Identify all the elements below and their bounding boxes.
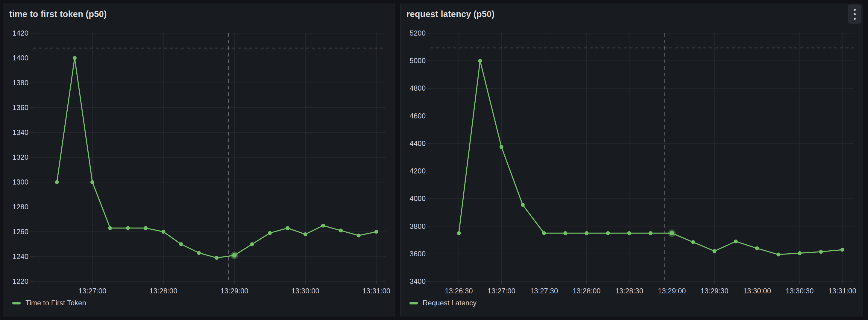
legend-series-label: Request Latency	[423, 299, 476, 307]
data-point	[712, 249, 716, 253]
y-tick-label: 1240	[12, 252, 28, 260]
data-point	[179, 242, 183, 246]
y-tick-label: 4800	[410, 84, 426, 92]
data-point	[161, 230, 165, 234]
y-tick-label: 5000	[410, 57, 426, 65]
y-tick-label: 1340	[12, 128, 28, 136]
y-tick-label: 3400	[410, 277, 426, 285]
y-tick-label: 1260	[12, 228, 28, 236]
series-line	[57, 58, 376, 258]
series-line	[459, 61, 842, 255]
data-point	[215, 256, 218, 260]
data-point	[55, 180, 59, 184]
y-tick-label: 4200	[410, 167, 426, 175]
data-point	[563, 231, 567, 235]
data-point	[798, 251, 802, 255]
legend-item-request-latency[interactable]: Request Latency	[409, 298, 476, 308]
data-point	[585, 231, 588, 235]
data-point	[478, 59, 482, 63]
grid-lines	[428, 33, 854, 284]
y-tick-label: 1400	[12, 54, 28, 62]
y-tick-label: 1280	[12, 203, 28, 211]
x-tick-label: 13:31:00	[363, 287, 390, 295]
data-point	[285, 226, 289, 230]
y-tick-label: 1320	[12, 153, 28, 161]
data-point	[357, 233, 361, 237]
data-point	[321, 224, 325, 228]
data-point	[691, 240, 695, 244]
x-tick-label: 13:30:30	[786, 287, 813, 295]
y-tick-label: 4000	[410, 194, 426, 202]
y-tick-label: 5200	[410, 29, 426, 37]
data-point	[197, 251, 201, 255]
data-point	[250, 242, 254, 246]
legend-series-swatch	[409, 302, 418, 305]
request-latency-chart-plot[interactable]: 3400360038004000420044004600480050005200…	[401, 4, 863, 316]
data-point	[500, 145, 503, 149]
data-point	[734, 239, 738, 244]
legend-item-time-to-first-token[interactable]: Time to First Token	[12, 298, 86, 308]
y-tick-label: 1220	[12, 277, 28, 285]
data-point	[521, 203, 525, 207]
data-point	[339, 228, 343, 232]
hovered-point[interactable]	[232, 253, 237, 257]
ttft-chart-plot[interactable]: 1220124012601280130013201340136013801400…	[3, 4, 395, 316]
grid-lines	[31, 33, 386, 284]
x-tick-label: 13:30:00	[291, 287, 319, 295]
data-points	[55, 56, 378, 260]
x-tick-label: 13:27:00	[488, 287, 516, 295]
data-point	[649, 231, 652, 235]
legend-series-label: Time to First Token	[26, 299, 86, 307]
data-point	[90, 180, 94, 184]
x-tick-label: 13:30:00	[743, 287, 771, 295]
data-point	[755, 247, 759, 250]
x-tick-label: 13:26:30	[445, 287, 473, 295]
data-point	[268, 231, 272, 235]
data-point	[108, 226, 112, 230]
x-tick-label: 13:31:00	[828, 287, 856, 295]
data-point	[606, 231, 610, 235]
x-tick-label: 13:28:30	[615, 287, 643, 295]
data-point	[304, 232, 307, 236]
data-point	[840, 248, 844, 252]
legend-series-swatch	[12, 302, 21, 305]
x-tick-label: 13:29:00	[220, 287, 248, 295]
panel-request-latency: request latency (p50) 340036003800400042…	[400, 4, 863, 316]
data-point	[627, 231, 631, 235]
y-tick-label: 1420	[12, 29, 28, 37]
dashboard-canvas: time to first token (p50) 12201240126012…	[0, 0, 868, 320]
x-tick-label: 13:28:00	[149, 287, 177, 295]
data-point	[73, 56, 76, 60]
data-point	[374, 230, 378, 234]
y-tick-label: 4400	[410, 139, 426, 148]
x-tick-label: 13:29:30	[701, 287, 728, 295]
y-tick-label: 1380	[12, 79, 28, 87]
data-point	[457, 231, 461, 235]
y-tick-label: 3600	[410, 250, 426, 258]
y-tick-label: 1300	[12, 178, 28, 186]
panel-time-to-first-token: time to first token (p50) 12201240126012…	[3, 4, 395, 316]
data-point	[819, 250, 823, 254]
x-tick-label: 13:28:00	[572, 287, 600, 295]
data-point	[144, 226, 148, 230]
data-point	[776, 253, 780, 257]
y-tick-label: 3800	[410, 222, 426, 230]
data-point	[542, 231, 546, 235]
x-tick-label: 13:27:00	[79, 287, 106, 295]
x-tick-label: 13:29:00	[658, 287, 686, 295]
y-tick-label: 1360	[12, 103, 28, 111]
x-tick-label: 13:27:30	[530, 287, 558, 295]
y-tick-label: 4600	[410, 112, 426, 120]
hovered-point[interactable]	[670, 231, 674, 235]
data-point	[126, 226, 130, 230]
